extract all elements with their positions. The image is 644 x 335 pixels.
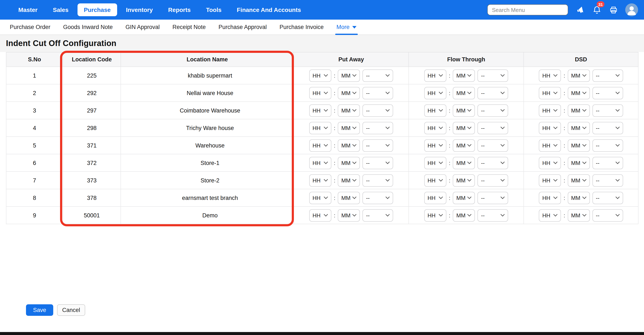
put-away-hh-select[interactable]: HH xyxy=(309,209,331,221)
flow-through-blank-select[interactable]: -- xyxy=(478,104,508,117)
put-away-blank-select[interactable]: -- xyxy=(363,209,393,221)
put-away-blank-select[interactable]: -- xyxy=(363,174,393,186)
flow-through-mm-select[interactable]: MM xyxy=(453,87,475,99)
dsd-mm-select[interactable]: MM xyxy=(568,139,590,152)
dsd-blank-select[interactable]: -- xyxy=(592,122,623,134)
put-away-mm-select[interactable]: MM xyxy=(338,157,360,169)
dsd-mm-select[interactable]: MM xyxy=(568,174,590,186)
put-away-hh-select[interactable]: HH xyxy=(309,192,331,204)
flow-through-blank-select[interactable]: -- xyxy=(478,157,508,169)
nav-finance-and-accounts[interactable]: Finance And Accounts xyxy=(230,4,307,16)
nav-purchase[interactable]: Purchase xyxy=(77,4,117,16)
dsd-mm-select[interactable]: MM xyxy=(568,69,590,82)
flow-through-hh-select[interactable]: HH xyxy=(424,104,446,117)
dsd-blank-select[interactable]: -- xyxy=(592,69,623,82)
tab-purchase-order[interactable]: Purchase Order xyxy=(4,20,57,35)
dsd-blank-select[interactable]: -- xyxy=(592,139,623,152)
dsd-mm-select[interactable]: MM xyxy=(568,122,590,134)
flow-through-mm-select[interactable]: MM xyxy=(453,104,475,117)
flow-through-blank-select[interactable]: -- xyxy=(478,209,508,221)
dsd-mm-select[interactable]: MM xyxy=(568,209,590,221)
put-away-blank-select[interactable]: -- xyxy=(363,139,393,152)
dsd-hh-select[interactable]: HH xyxy=(539,139,561,152)
put-away-mm-select[interactable]: MM xyxy=(338,104,360,117)
flow-through-blank-select[interactable]: -- xyxy=(478,139,508,152)
put-away-hh-select[interactable]: HH xyxy=(309,69,331,82)
notification-bell-icon[interactable]: 31 xyxy=(592,5,602,15)
put-away-hh-select[interactable]: HH xyxy=(309,139,331,152)
dsd-mm-select[interactable]: MM xyxy=(568,104,590,117)
dsd-mm-select[interactable]: MM xyxy=(568,87,590,99)
flow-through-hh-select[interactable]: HH xyxy=(424,69,446,82)
put-away-mm-select[interactable]: MM xyxy=(338,192,360,204)
dsd-hh-select[interactable]: HH xyxy=(539,87,561,99)
put-away-hh-select[interactable]: HH xyxy=(309,157,331,169)
flow-through-blank-select[interactable]: -- xyxy=(478,174,508,186)
dsd-hh-select[interactable]: HH xyxy=(539,104,561,117)
put-away-hh-select[interactable]: HH xyxy=(309,122,331,134)
flow-through-mm-select[interactable]: MM xyxy=(453,174,475,186)
put-away-blank-select[interactable]: -- xyxy=(363,87,393,99)
user-avatar[interactable] xyxy=(625,4,638,16)
dsd-hh-select[interactable]: HH xyxy=(539,122,561,134)
tab-gin-approval[interactable]: GIN Approval xyxy=(119,20,166,35)
tab-more[interactable]: More xyxy=(330,20,363,35)
search-input[interactable] xyxy=(487,4,568,15)
nav-inventory[interactable]: Inventory xyxy=(120,4,159,16)
flow-through-hh-select[interactable]: HH xyxy=(424,209,446,221)
put-away-blank-select[interactable]: -- xyxy=(363,122,393,134)
announcement-icon[interactable] xyxy=(576,5,585,15)
put-away-blank-select[interactable]: -- xyxy=(363,157,393,169)
put-away-blank-select[interactable]: -- xyxy=(363,69,393,82)
dsd-mm-select[interactable]: MM xyxy=(568,192,590,204)
flow-through-hh-select[interactable]: HH xyxy=(424,174,446,186)
dsd-hh-select[interactable]: HH xyxy=(539,157,561,169)
dsd-blank-select[interactable]: -- xyxy=(592,157,623,169)
nav-sales[interactable]: Sales xyxy=(46,4,75,16)
put-away-blank-select[interactable]: -- xyxy=(363,104,393,117)
put-away-mm-select[interactable]: MM xyxy=(338,174,360,186)
flow-through-blank-select[interactable]: -- xyxy=(478,192,508,204)
flow-through-mm-select[interactable]: MM xyxy=(453,69,475,82)
cancel-button[interactable]: Cancel xyxy=(57,304,85,316)
dsd-blank-select[interactable]: -- xyxy=(592,192,623,204)
tab-goods-inward-note[interactable]: Goods Inward Note xyxy=(57,20,119,35)
flow-through-mm-select[interactable]: MM xyxy=(453,139,475,152)
save-button[interactable]: Save xyxy=(26,304,53,316)
nav-master[interactable]: Master xyxy=(12,4,44,16)
flow-through-hh-select[interactable]: HH xyxy=(424,122,446,134)
dsd-blank-select[interactable]: -- xyxy=(592,174,623,186)
dsd-mm-select[interactable]: MM xyxy=(568,157,590,169)
put-away-mm-select[interactable]: MM xyxy=(338,69,360,82)
nav-tools[interactable]: Tools xyxy=(200,4,228,16)
nav-reports[interactable]: Reports xyxy=(162,4,197,16)
flow-through-hh-select[interactable]: HH xyxy=(424,192,446,204)
flow-through-mm-select[interactable]: MM xyxy=(453,209,475,221)
flow-through-mm-select[interactable]: MM xyxy=(453,192,475,204)
print-icon[interactable] xyxy=(609,5,618,15)
flow-through-hh-select[interactable]: HH xyxy=(424,139,446,152)
put-away-hh-select[interactable]: HH xyxy=(309,87,331,99)
dsd-hh-select[interactable]: HH xyxy=(539,209,561,221)
flow-through-hh-select[interactable]: HH xyxy=(424,157,446,169)
flow-through-mm-select[interactable]: MM xyxy=(453,122,475,134)
tab-purchase-approval[interactable]: Purchase Approval xyxy=(212,20,273,35)
flow-through-hh-select[interactable]: HH xyxy=(424,87,446,99)
dsd-blank-select[interactable]: -- xyxy=(592,209,623,221)
put-away-hh-select[interactable]: HH xyxy=(309,174,331,186)
put-away-blank-select[interactable]: -- xyxy=(363,192,393,204)
dsd-blank-select[interactable]: -- xyxy=(592,87,623,99)
tab-receipt-note[interactable]: Receipt Note xyxy=(166,20,212,35)
put-away-mm-select[interactable]: MM xyxy=(338,87,360,99)
tab-purchase-invoice[interactable]: Purchase Invoice xyxy=(273,20,330,35)
put-away-mm-select[interactable]: MM xyxy=(338,122,360,134)
flow-through-blank-select[interactable]: -- xyxy=(478,69,508,82)
flow-through-mm-select[interactable]: MM xyxy=(453,157,475,169)
dsd-hh-select[interactable]: HH xyxy=(539,174,561,186)
put-away-mm-select[interactable]: MM xyxy=(338,139,360,152)
flow-through-blank-select[interactable]: -- xyxy=(478,87,508,99)
dsd-blank-select[interactable]: -- xyxy=(592,104,623,117)
flow-through-blank-select[interactable]: -- xyxy=(478,122,508,134)
dsd-hh-select[interactable]: HH xyxy=(539,69,561,82)
put-away-mm-select[interactable]: MM xyxy=(338,209,360,221)
